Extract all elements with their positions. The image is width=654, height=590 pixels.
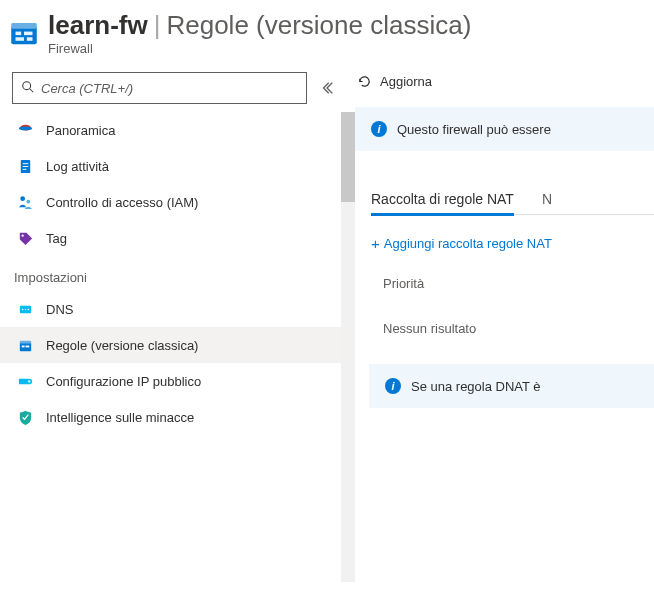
resource-name: learn-fw [48,10,148,41]
main-content: Aggiorna i Questo firewall può essere Ra… [355,62,654,582]
svg-rect-22 [19,340,30,343]
svg-rect-24 [25,345,29,347]
overview-icon [16,121,34,139]
svg-rect-3 [24,32,33,36]
svg-rect-5 [27,37,33,41]
refresh-label: Aggiorna [380,74,432,89]
column-priority: Priorità [383,276,654,291]
header: learn-fw | Regole (versione classica) Fi… [0,0,654,62]
nav-list: Panoramica Log attività Controllo di acc… [0,112,355,435]
firewall-icon [0,10,48,50]
ip-icon [16,372,34,390]
info-text: Se una regola DNAT è [411,379,541,394]
section-header-settings: Impostazioni [0,256,341,291]
svg-line-7 [30,88,34,92]
svg-point-20 [27,308,29,310]
info-text: Questo firewall può essere [397,122,551,137]
svg-rect-2 [16,32,22,36]
info-banner-bottom: i Se una regola DNAT è [369,364,654,408]
sidebar-item-label: Panoramica [46,123,115,138]
info-icon: i [385,378,401,394]
info-banner-top: i Questo firewall può essere [355,107,654,151]
sidebar-item-label: Controllo di accesso (IAM) [46,195,198,210]
sidebar-item-public-ip[interactable]: Configurazione IP pubblico [0,363,341,399]
sidebar-item-activity-log[interactable]: Log attività [0,148,341,184]
sidebar-item-label: Intelligence sulle minacce [46,410,194,425]
sidebar-item-overview[interactable]: Panoramica [0,112,341,148]
add-label: Aggiungi raccolta regole NAT [384,236,552,251]
info-icon: i [371,121,387,137]
resource-type: Firewall [48,41,654,56]
tabs: Raccolta di regole NAT N [371,191,654,215]
log-icon [16,157,34,175]
sidebar-item-dns[interactable]: DNS [0,291,341,327]
no-results: Nessun risultato [383,321,654,336]
page-title: Regole (versione classica) [166,10,471,41]
svg-point-9 [18,126,31,130]
title-separator: | [154,10,161,41]
add-nat-collection-button[interactable]: + Aggiungi raccolta regole NAT [371,235,654,252]
sidebar-scrollbar[interactable] [341,112,355,582]
sidebar-item-access-control[interactable]: Controllo di accesso (IAM) [0,184,341,220]
rules-icon [16,336,34,354]
svg-point-27 [28,380,30,382]
sidebar-item-label: Tag [46,231,67,246]
tab-nat-rules[interactable]: Raccolta di regole NAT [371,191,514,216]
svg-rect-4 [16,37,25,41]
plus-icon: + [371,235,380,252]
iam-icon [16,193,34,211]
svg-point-18 [21,308,23,310]
sidebar-search-box[interactable] [12,72,307,104]
sidebar-item-rules-classic[interactable]: Regole (versione classica) [0,327,341,363]
dns-icon [16,300,34,318]
search-input[interactable] [41,81,298,96]
collapse-sidebar-button[interactable] [311,72,343,104]
sidebar-item-tags[interactable]: Tag [0,220,341,256]
svg-rect-1 [11,23,37,29]
sidebar-item-label: DNS [46,302,73,317]
refresh-icon [357,74,372,89]
svg-point-19 [24,308,26,310]
sidebar-item-label: Configurazione IP pubblico [46,374,201,389]
sidebar-item-threat-intel[interactable]: Intelligence sulle minacce [0,399,341,435]
sidebar-item-label: Regole (versione classica) [46,338,198,353]
svg-point-16 [21,234,23,236]
shield-icon [16,408,34,426]
refresh-button[interactable]: Aggiorna [355,72,654,107]
svg-point-15 [26,199,30,203]
svg-rect-23 [21,345,24,347]
tag-icon [16,229,34,247]
svg-point-14 [20,196,25,201]
left-sidebar: Panoramica Log attività Controllo di acc… [0,62,355,582]
scrollbar-thumb[interactable] [341,112,355,202]
tab-next[interactable]: N [542,191,552,214]
sidebar-item-label: Log attività [46,159,109,174]
search-icon [21,80,41,97]
svg-point-6 [23,81,31,89]
